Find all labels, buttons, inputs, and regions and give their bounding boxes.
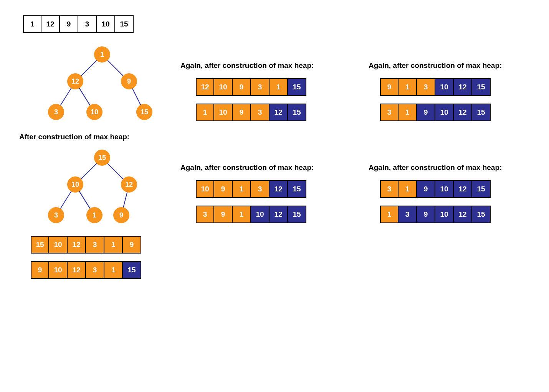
array-cell: 3 [251,78,270,96]
array-cell: 1 [104,261,123,279]
array-cell: 3 [78,15,97,33]
caption-again-1: Again, after construction of max heap: [180,61,346,70]
array-step4-heap: 913101215 [380,78,518,96]
tree-node: 10 [86,104,103,120]
array-step4-swap: 319101215 [380,104,518,121]
caption-again-2: Again, after construction of max heap: [180,163,346,172]
column-1: 112931015 112931015 After construction o… [19,15,169,377]
array-cell: 1 [23,15,41,33]
array-step2-heap: 121093115 [196,78,346,96]
tree-node: 1 [94,46,110,63]
array-cell: 15 [115,15,134,33]
array-cell: 10 [214,78,233,96]
array-cell: 9 [417,104,435,121]
array-cell: 10 [435,104,454,121]
array-cell: 10 [435,206,454,223]
array-cell: 9 [380,78,399,96]
array-step3-swap: 391101215 [196,206,346,223]
array-cell: 15 [288,180,306,198]
array-cell: 3 [399,206,417,223]
column-2: Again, after construction of max heap: 1… [169,15,357,377]
array-cell: 10 [97,15,115,33]
tree-node: 12 [67,73,83,89]
array-cell: 12 [270,206,288,223]
array-cell: 10 [435,78,454,96]
array-cell: 9 [233,104,251,121]
tree-node: 1 [86,207,103,223]
array-cell: 15 [31,236,49,254]
array-cell: 9 [60,15,78,33]
array-cell: 12 [270,180,288,198]
array-cell: 12 [41,15,60,33]
array-cell: 3 [380,180,399,198]
tree-node: 9 [113,207,129,223]
array-cell: 15 [472,180,491,198]
tree-node: 3 [48,104,64,120]
array-cell: 12 [196,78,214,96]
step-4-block: Again, after construction of max heap: 9… [369,61,518,121]
array-cell: 15 [288,78,306,96]
step-5-block: Again, after construction of max heap: 3… [369,163,518,223]
array-cell: 10 [49,236,68,254]
column-3: Again, after construction of max heap: 9… [357,15,530,377]
array-cell: 1 [196,104,214,121]
array-cell: 3 [251,180,270,198]
array-cell: 3 [251,104,270,121]
tree-maxheap: 151012319 [36,150,152,226]
tree-node: 15 [94,150,110,166]
array-cell: 1 [233,180,251,198]
array-cell: 10 [435,180,454,198]
array-cell: 1 [380,206,399,223]
caption-again-4: Again, after construction of max heap: [369,163,518,172]
array-cell: 9 [417,180,435,198]
caption-after-build: After construction of max heap: [19,133,169,141]
array-cell: 9 [214,206,233,223]
heap-sort-diagram: 112931015 112931015 After construction o… [0,0,549,392]
array-cell: 12 [68,261,86,279]
array-cell: 12 [454,206,472,223]
tree-node: 3 [48,207,64,223]
array-cell: 1 [104,236,123,254]
array-cell: 1 [233,206,251,223]
array-step5-heap: 319101215 [380,180,518,198]
array-cell: 15 [472,104,491,121]
array-cell: 12 [68,236,86,254]
array-cell: 3 [417,78,435,96]
array-cell: 15 [472,78,491,96]
tree-node: 12 [121,176,137,193]
step-2-block: Again, after construction of max heap: 1… [180,61,346,121]
array-cell: 12 [454,78,472,96]
array-step5-swap: 139101215 [380,206,518,223]
tree-node: 15 [136,104,152,120]
array-cell: 1 [270,78,288,96]
array-cell: 15 [123,261,141,279]
array-cell: 1 [399,78,417,96]
array-cell: 3 [86,236,104,254]
array-cell: 12 [270,104,288,121]
array-cell: 12 [454,180,472,198]
array-step2-swap: 110931215 [196,104,346,121]
initial-array: 112931015 [23,15,169,33]
array-cell: 10 [214,104,233,121]
array-cell: 9 [233,78,251,96]
array-cell: 9 [417,206,435,223]
array-cell: 15 [472,206,491,223]
array-cell: 12 [454,104,472,121]
array-step3-heap: 109131215 [196,180,346,198]
array-cell: 1 [399,104,417,121]
array-cell: 15 [288,104,306,121]
array-cell: 10 [251,206,270,223]
tree-initial: 112931015 [36,46,152,123]
array-cell: 10 [49,261,68,279]
array-after-build: 151012319 [31,236,169,254]
array-cell: 3 [196,206,214,223]
array-cell: 1 [399,180,417,198]
tree-node: 10 [67,176,83,193]
array-cell: 9 [31,261,49,279]
tree-node: 9 [121,73,137,89]
array-cell: 9 [214,180,233,198]
step-3-block: Again, after construction of max heap: 1… [180,163,346,223]
array-cell: 9 [123,236,141,254]
array-after-swap-1: 910123115 [31,261,169,279]
caption-again-3: Again, after construction of max heap: [369,61,518,70]
